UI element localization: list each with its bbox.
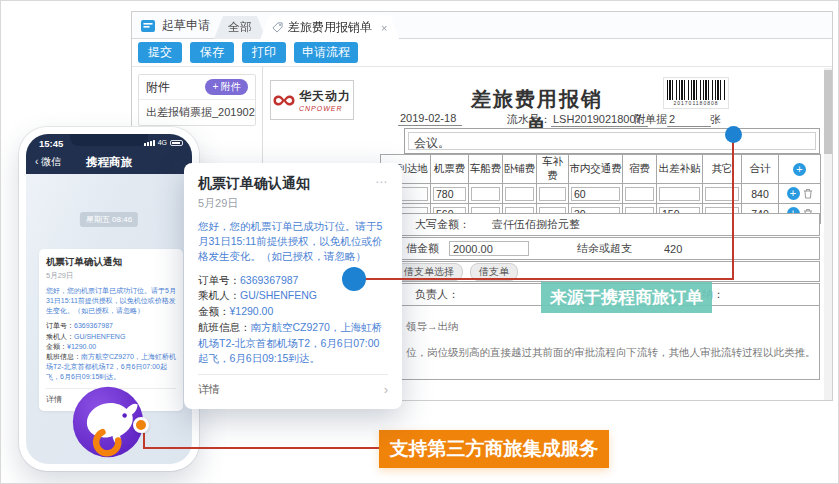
- form-attach-unit: 张: [710, 112, 721, 127]
- brand-name: 华天动力: [299, 88, 351, 105]
- cell-input[interactable]: 780: [433, 187, 466, 201]
- phone-mockup: 15:45 4G ‹ 微信 携程商旅 星期五 08:46 机票订单确认通知 5月…: [19, 127, 199, 471]
- cell-input[interactable]: [505, 187, 534, 201]
- col-lodging: 宿费: [623, 155, 657, 184]
- source-callout: 来源于携程商旅订单: [541, 282, 712, 313]
- phone-header: 15:45 4G ‹ 微信 携程商旅: [26, 134, 192, 174]
- loan-row: 借金额 2000.00 结余或超支 420: [380, 237, 820, 260]
- col-sleeper: 卧铺费: [503, 155, 537, 184]
- balance-label: 结余或超支: [577, 241, 632, 256]
- submit-button[interactable]: 提交: [138, 42, 182, 63]
- barcode-number: 201701180808: [667, 100, 725, 106]
- chevron-right-icon: ›: [384, 382, 388, 397]
- form-serial: 流水号：LSH20190218007: [507, 112, 648, 127]
- leader-label: 负责人：: [415, 287, 459, 302]
- attachment-title: 附件: [146, 79, 170, 96]
- expense-table-header-row: 到达地 机票费 车船费 卧铺费 车补费 市内交通费 宿费 出差补贴 其它 合计 …: [381, 155, 821, 184]
- form-attach-count: 附单据2: [634, 112, 711, 127]
- barcode-stripes: [667, 80, 725, 100]
- integration-callout: 支持第三方商旅集成服务: [379, 430, 609, 468]
- col-actions: +: [779, 155, 821, 184]
- trip-reason-field: 会议。: [404, 128, 820, 154]
- col-other: 其它: [703, 155, 742, 184]
- col-airfare: 机票费: [431, 155, 469, 184]
- cnpower-logo-icon: [273, 94, 295, 107]
- popup-body: 您好，您的机票订单已成功订位。请于5月31日15:11前提供授权，以免机位或价格…: [198, 219, 388, 265]
- cell-input[interactable]: [659, 187, 700, 201]
- phone-screen: 15:45 4G ‹ 微信 携程商旅 星期五 08:46 机票订单确认通知 5月…: [26, 134, 192, 464]
- add-row-icon[interactable]: +: [787, 187, 800, 200]
- col-city-transport: 市内交通费: [569, 155, 623, 184]
- approval-note-line: 位，岗位级别高的直接越过其前面的审批流程向下流转，其他人审批流转过程以此类推。: [406, 346, 816, 360]
- notification-body: 您好，您的机票订单已成功订位。请于5月31日15:11前提供授权，以免机位或价格…: [46, 286, 176, 316]
- tab-all[interactable]: 全部: [214, 16, 266, 39]
- barcode: 201701180808: [663, 77, 729, 109]
- vertical-scrollbar[interactable]: [824, 68, 832, 400]
- scrollbar-thumb[interactable]: [824, 70, 832, 154]
- tab-expense-form-label: 差旅费用报销单: [288, 19, 372, 36]
- notification-popup-card: 机票订单确认通知 ⋯ 5月29日 您好，您的机票订单已成功订位。请于5月31日1…: [184, 163, 402, 409]
- save-button[interactable]: 保存: [190, 42, 234, 63]
- balance-value: 420: [664, 243, 682, 255]
- col-trip-allowance: 出差补贴: [657, 155, 703, 184]
- connector-line-horizontal: [354, 278, 734, 280]
- cell-input[interactable]: [471, 187, 500, 201]
- loan-label: 借金额: [406, 241, 439, 256]
- workflow-button[interactable]: 申请流程: [294, 42, 358, 63]
- col-vehicle-subsidy: 车补费: [537, 155, 569, 184]
- tab-close-icon[interactable]: ×: [381, 22, 387, 34]
- expense-row-1: 780 60 840 +: [381, 184, 821, 204]
- col-bus-boat: 车船费: [469, 155, 503, 184]
- notification-title: 机票订单确认通知: [46, 256, 176, 269]
- trip-reason-input[interactable]: 会议。: [408, 132, 816, 150]
- amount-words-value: 壹仟伍佰捌拾元整: [492, 217, 580, 232]
- row-total: 840: [742, 184, 779, 204]
- notification-date: 5月29日: [46, 271, 176, 281]
- order-number-line: 订单号：6369367987 乘机人：GU/SHENFENG 金额：¥1290.…: [46, 321, 176, 382]
- back-button[interactable]: ‹ 微信: [35, 155, 61, 169]
- approval-flow-box: 领导→出纳 位，岗位级别高的直接越过其前面的审批流程向下流转，其他人审批流转过程…: [380, 305, 820, 380]
- popup-title: 机票订单确认通知: [198, 175, 310, 193]
- connector-dot-logo: [133, 417, 149, 433]
- connector-dot-popup: [342, 267, 366, 291]
- cell-input[interactable]: 60: [571, 187, 620, 201]
- draft-application-launcher[interactable]: 起草申请: [140, 17, 210, 34]
- popup-date: 5月29日: [198, 196, 388, 211]
- battery-icon: [170, 140, 183, 147]
- print-button[interactable]: 打印: [242, 42, 286, 63]
- signal-icon: [144, 140, 155, 146]
- amount-in-words-row: 大写金额： 壹仟伍佰捌拾元整: [380, 213, 820, 236]
- screenshot-canvas: 起草申请 全部 差旅费用报销单 × 提交 保存 打印 申请流程: [0, 0, 839, 484]
- col-total: 合计: [742, 155, 779, 184]
- connector-line-vertical: [732, 142, 734, 279]
- delete-row-icon[interactable]: [803, 188, 813, 199]
- popup-passenger-line: 乘机人：GU/SHENFENG: [198, 288, 388, 304]
- status-bar-time: 15:45: [39, 138, 63, 149]
- status-bar-icons: 4G: [144, 139, 183, 146]
- popup-flight-line: 航班信息：南方航空CZ9270，上海虹桥机场T2-北京首都机场T2，6月6日07…: [198, 320, 388, 367]
- phone-notch: [70, 134, 148, 146]
- amount-words-label: 大写金额：: [415, 217, 470, 232]
- tab-bar: 起草申请 全部 差旅费用报销单 ×: [132, 12, 832, 39]
- more-options-icon[interactable]: ⋯: [375, 175, 388, 189]
- company-logo: 华天动力 CNPOWER: [270, 80, 354, 120]
- tab-expense-form[interactable]: 差旅费用报销单 ×: [260, 15, 399, 40]
- add-attachment-button[interactable]: + 附件: [205, 79, 248, 95]
- connector-dot-form: [725, 126, 742, 143]
- cell-input[interactable]: [625, 187, 654, 201]
- chat-timestamp: 星期五 08:46: [80, 212, 138, 227]
- approval-flow-line: 领导→出纳: [406, 320, 459, 334]
- loan-amount-input[interactable]: 2000.00: [449, 241, 529, 256]
- toolbar: 提交 保存 打印 申请流程: [132, 39, 832, 67]
- draft-application-icon: [140, 18, 156, 34]
- logo-connector-horizontal: [143, 447, 379, 449]
- brand-subname: CNPOWER: [299, 105, 351, 112]
- form-date: 2019-02-18: [398, 112, 462, 124]
- add-row-icon[interactable]: +: [793, 163, 806, 176]
- phone-nav-bar: ‹ 微信 携程商旅: [26, 150, 192, 174]
- cell-input[interactable]: [539, 187, 566, 201]
- popup-detail-link[interactable]: 详情 ›: [198, 374, 388, 397]
- network-label: 4G: [158, 139, 167, 146]
- tag-icon: [272, 22, 283, 33]
- attachment-file-item[interactable]: 出差报销票据_20190219.j...: [139, 100, 255, 125]
